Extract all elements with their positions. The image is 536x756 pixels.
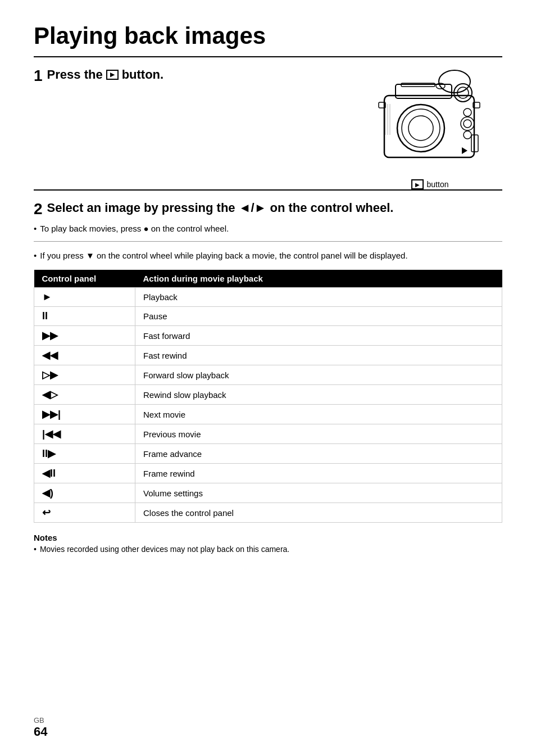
control-panel-table: Control panel Action during movie playba… bbox=[34, 270, 502, 523]
bullet-dot-1: • bbox=[34, 224, 37, 233]
svg-point-7 bbox=[402, 109, 440, 147]
step2-bullet1: • To play back movies, press ● on the co… bbox=[34, 224, 502, 233]
control-action: Fast rewind bbox=[135, 346, 502, 365]
notes-bullet: • bbox=[34, 545, 37, 554]
divider-2 bbox=[34, 189, 502, 191]
control-icon: ▶▶| bbox=[34, 405, 135, 424]
control-icon: ◀▷ bbox=[34, 385, 135, 405]
control-action: Next movie bbox=[135, 405, 502, 424]
page-number: 64 bbox=[34, 725, 47, 739]
svg-point-6 bbox=[397, 105, 444, 152]
table-row: II▶ Frame advance bbox=[34, 444, 502, 464]
divider-1 bbox=[34, 56, 502, 57]
table-row: ▶▶| Next movie bbox=[34, 405, 502, 424]
notes-item: •Movies recorded using other devices may… bbox=[34, 545, 502, 554]
table-row: ► Playback bbox=[34, 288, 502, 307]
control-action: Pause bbox=[135, 307, 502, 326]
col2-header: Action during movie playback bbox=[135, 270, 502, 288]
control-panel-note-text: If you press ▼ on the control wheel whil… bbox=[40, 250, 407, 262]
button-label-text: button bbox=[427, 180, 449, 189]
table-header-row: Control panel Action during movie playba… bbox=[34, 270, 502, 288]
svg-point-12 bbox=[464, 131, 471, 139]
step1-text: Press the ▶ button. bbox=[47, 67, 164, 82]
table-row: ◀▷ Rewind slow playback bbox=[34, 385, 502, 405]
camera-button-label: ▶ button bbox=[356, 179, 502, 189]
divider-3 bbox=[34, 241, 502, 242]
table-row: ▷▶ Forward slow playback bbox=[34, 365, 502, 385]
control-action: Frame advance bbox=[135, 444, 502, 464]
camera-svg bbox=[367, 62, 491, 174]
step2-row: 2 Select an image by pressing the ◄/► on… bbox=[34, 201, 502, 218]
table-body: ► Playback II Pause ▶▶ Fast forward ◀◀ F… bbox=[34, 288, 502, 523]
control-action: Forward slow playback bbox=[135, 365, 502, 385]
step1-suffix: button. bbox=[122, 67, 164, 82]
control-icon: II bbox=[34, 307, 135, 326]
control-panel-note: • If you press ▼ on the control wheel wh… bbox=[34, 250, 502, 262]
table-row: ◀II Frame rewind bbox=[34, 464, 502, 483]
control-icon: II▶ bbox=[34, 444, 135, 464]
control-action: Closes the control panel bbox=[135, 503, 502, 523]
svg-point-8 bbox=[408, 116, 433, 141]
control-action: Rewind slow playback bbox=[135, 385, 502, 405]
notes-list: •Movies recorded using other devices may… bbox=[34, 545, 502, 554]
camera-illustration: ▶ button bbox=[356, 62, 502, 189]
table-row: |◀◀ Previous movie bbox=[34, 424, 502, 444]
step1-row: 1 Press the ▶ button. bbox=[34, 67, 345, 85]
control-icon: ↩ bbox=[34, 503, 135, 523]
step2-instruction: Select an image by pressing the ◄/► on t… bbox=[47, 201, 394, 215]
control-icon: ► bbox=[34, 288, 135, 307]
step2-text: Select an image by pressing the ◄/► on t… bbox=[47, 201, 394, 215]
footer-label: GB bbox=[34, 716, 44, 725]
table-row: ◀) Volume settings bbox=[34, 483, 502, 503]
col1-header: Control panel bbox=[34, 270, 135, 288]
control-icon: ◀II bbox=[34, 464, 135, 483]
table-row: ▶▶ Fast forward bbox=[34, 326, 502, 346]
svg-marker-15 bbox=[462, 147, 467, 154]
control-action: Playback bbox=[135, 288, 502, 307]
bullet-dot-2: • bbox=[34, 250, 37, 262]
table-row: II Pause bbox=[34, 307, 502, 326]
table-row: ◀◀ Fast rewind bbox=[34, 346, 502, 365]
table-row: ↩ Closes the control panel bbox=[34, 503, 502, 523]
control-action: Volume settings bbox=[135, 483, 502, 503]
notes-title: Notes bbox=[34, 533, 502, 542]
svg-point-10 bbox=[464, 108, 471, 116]
control-action: Previous movie bbox=[135, 424, 502, 444]
control-icon: ▷▶ bbox=[34, 365, 135, 385]
step1-prefix: Press the bbox=[47, 67, 103, 82]
control-icon: |◀◀ bbox=[34, 424, 135, 444]
step2-section: 2 Select an image by pressing the ◄/► on… bbox=[34, 201, 502, 233]
step1-left: 1 Press the ▶ button. bbox=[34, 67, 345, 90]
step2-bullet1-text: To play back movies, press ● on the cont… bbox=[40, 224, 229, 233]
svg-point-11 bbox=[464, 120, 471, 128]
notes-text: Movies recorded using other devices may … bbox=[40, 545, 289, 554]
step1-right: ▶ button bbox=[356, 62, 502, 189]
control-icon: ◀◀ bbox=[34, 346, 135, 365]
step1-number: 1 bbox=[34, 67, 43, 85]
control-action: Fast forward bbox=[135, 326, 502, 346]
playback-button-icon: ▶ bbox=[106, 70, 119, 80]
notes-section: Notes •Movies recorded using other devic… bbox=[34, 533, 502, 554]
playback-icon-label: ▶ bbox=[411, 179, 424, 189]
svg-point-13 bbox=[461, 117, 474, 130]
page-title: Playing back images bbox=[34, 22, 502, 49]
step1-section: 1 Press the ▶ button. bbox=[34, 67, 502, 189]
control-icon: ▶▶ bbox=[34, 326, 135, 346]
control-action: Frame rewind bbox=[135, 464, 502, 483]
control-icon: ◀) bbox=[34, 483, 135, 503]
page-footer: GB 64 bbox=[34, 716, 47, 739]
step2-number: 2 bbox=[34, 201, 43, 218]
